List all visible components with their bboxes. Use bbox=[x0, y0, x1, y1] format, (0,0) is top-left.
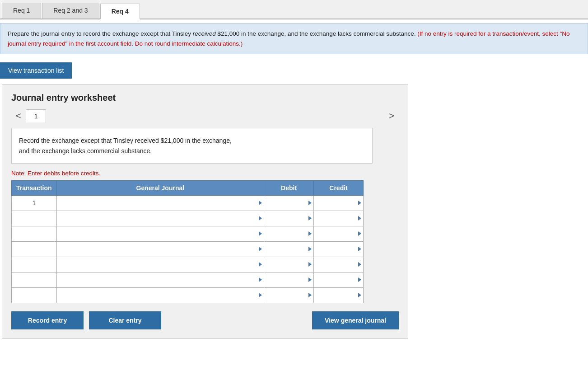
record-entry-button[interactable]: Record entry bbox=[11, 311, 84, 329]
cell-credit[interactable] bbox=[314, 226, 364, 241]
col-header-credit: Credit bbox=[314, 180, 364, 195]
journal-table: Transaction General Journal Debit Credit… bbox=[11, 180, 364, 303]
dropdown-indicator-icon bbox=[358, 247, 361, 251]
description-box: Record the exchange except that Tinsley … bbox=[11, 128, 373, 164]
description-text: Record the exchange except that Tinsley … bbox=[19, 137, 232, 154]
cell-general-journal[interactable] bbox=[56, 241, 264, 257]
credit-input[interactable] bbox=[316, 257, 361, 272]
debit-input[interactable] bbox=[266, 272, 312, 287]
table-row bbox=[12, 211, 364, 226]
cell-debit[interactable] bbox=[264, 257, 314, 272]
note-text: Note: Enter debits before credits. bbox=[11, 170, 399, 177]
general-journal-input[interactable] bbox=[59, 242, 262, 257]
dropdown-indicator-icon bbox=[358, 231, 361, 236]
cell-credit[interactable] bbox=[314, 241, 364, 257]
cell-credit[interactable] bbox=[314, 257, 364, 272]
credit-input[interactable] bbox=[316, 226, 361, 241]
cell-general-journal[interactable] bbox=[56, 287, 264, 303]
general-journal-input[interactable] bbox=[59, 196, 262, 211]
table-row bbox=[12, 272, 364, 287]
dropdown-indicator-icon bbox=[358, 277, 361, 282]
tab-req4[interactable]: Req 4 bbox=[100, 4, 140, 19]
col-header-general-journal: General Journal bbox=[56, 180, 264, 195]
general-journal-input[interactable] bbox=[59, 211, 262, 226]
cell-debit[interactable] bbox=[264, 287, 314, 303]
cell-debit[interactable] bbox=[264, 195, 314, 211]
dropdown-indicator-icon bbox=[308, 262, 312, 267]
view-transaction-list-button[interactable]: View transaction list bbox=[0, 62, 72, 79]
credit-input[interactable] bbox=[316, 272, 361, 287]
debit-input[interactable] bbox=[266, 242, 312, 257]
instruction-box: Prepare the journal entry to record the … bbox=[0, 23, 588, 54]
debit-input[interactable] bbox=[266, 196, 312, 211]
table-row: 1 bbox=[12, 195, 364, 211]
view-general-journal-button[interactable]: View general journal bbox=[312, 311, 399, 329]
worksheet-container: Journal entry worksheet < 1 > Record the… bbox=[2, 84, 408, 339]
dropdown-indicator-icon bbox=[308, 293, 312, 297]
dropdown-indicator-icon bbox=[308, 201, 312, 205]
tab-req1[interactable]: Req 1 bbox=[2, 3, 41, 19]
dropdown-indicator-icon bbox=[308, 216, 312, 221]
cell-general-journal[interactable] bbox=[56, 226, 264, 241]
dropdown-indicator-icon bbox=[308, 231, 312, 236]
cell-debit[interactable] bbox=[264, 211, 314, 226]
dropdown-indicator-icon bbox=[308, 277, 312, 282]
table-row bbox=[12, 241, 364, 257]
worksheet-title: Journal entry worksheet bbox=[11, 93, 399, 103]
cell-transaction bbox=[12, 226, 57, 241]
general-journal-input[interactable] bbox=[59, 226, 262, 241]
debit-input[interactable] bbox=[266, 226, 312, 241]
nav-left-arrow[interactable]: < bbox=[11, 111, 26, 121]
cell-credit[interactable] bbox=[314, 195, 364, 211]
dropdown-indicator-icon bbox=[358, 293, 361, 297]
general-journal-input[interactable] bbox=[59, 257, 262, 272]
debit-input[interactable] bbox=[266, 257, 312, 272]
dropdown-indicator-icon bbox=[259, 277, 262, 282]
dropdown-indicator-icon bbox=[259, 201, 262, 205]
cell-general-journal[interactable] bbox=[56, 272, 264, 287]
col-header-transaction: Transaction bbox=[12, 180, 57, 195]
cell-credit[interactable] bbox=[314, 211, 364, 226]
cell-general-journal[interactable] bbox=[56, 257, 264, 272]
clear-entry-button[interactable]: Clear entry bbox=[89, 311, 161, 329]
credit-input[interactable] bbox=[316, 288, 361, 303]
cell-debit[interactable] bbox=[264, 272, 314, 287]
credit-input[interactable] bbox=[316, 211, 361, 226]
dropdown-indicator-icon bbox=[358, 216, 361, 221]
cell-transaction bbox=[12, 272, 57, 287]
credit-input[interactable] bbox=[316, 196, 361, 211]
cell-debit[interactable] bbox=[264, 241, 314, 257]
cell-credit[interactable] bbox=[314, 272, 364, 287]
table-row bbox=[12, 257, 364, 272]
tabs-container: Req 1 Req 2 and 3 Req 4 bbox=[0, 0, 588, 19]
cell-credit[interactable] bbox=[314, 287, 364, 303]
cell-transaction bbox=[12, 211, 57, 226]
nav-row: < 1 > bbox=[11, 109, 399, 122]
dropdown-indicator-icon bbox=[259, 247, 262, 251]
cell-debit[interactable] bbox=[264, 226, 314, 241]
table-row bbox=[12, 287, 364, 303]
debit-input[interactable] bbox=[266, 288, 312, 303]
tab-req2and3[interactable]: Req 2 and 3 bbox=[42, 3, 99, 19]
dropdown-indicator-icon bbox=[358, 262, 361, 267]
general-journal-input[interactable] bbox=[59, 272, 262, 287]
cell-transaction bbox=[12, 287, 57, 303]
nav-right-arrow[interactable]: > bbox=[384, 111, 399, 121]
debit-input[interactable] bbox=[266, 211, 312, 226]
dropdown-indicator-icon bbox=[259, 231, 262, 236]
dropdown-indicator-icon bbox=[259, 262, 262, 267]
instruction-main: Prepare the journal entry to record the … bbox=[8, 30, 417, 37]
cell-general-journal[interactable] bbox=[56, 195, 264, 211]
dropdown-indicator-icon bbox=[358, 201, 361, 205]
bottom-btn-row: Record entry Clear entry View general jo… bbox=[11, 311, 399, 329]
dropdown-indicator-icon bbox=[308, 247, 312, 251]
cell-transaction bbox=[12, 257, 57, 272]
col-header-debit: Debit bbox=[264, 180, 314, 195]
dropdown-indicator-icon bbox=[259, 293, 262, 297]
credit-input[interactable] bbox=[316, 242, 361, 257]
general-journal-input[interactable] bbox=[59, 288, 262, 303]
cell-transaction: 1 bbox=[12, 195, 57, 211]
cell-general-journal[interactable] bbox=[56, 211, 264, 226]
page-tab: 1 bbox=[26, 109, 47, 122]
dropdown-indicator-icon bbox=[259, 216, 262, 221]
